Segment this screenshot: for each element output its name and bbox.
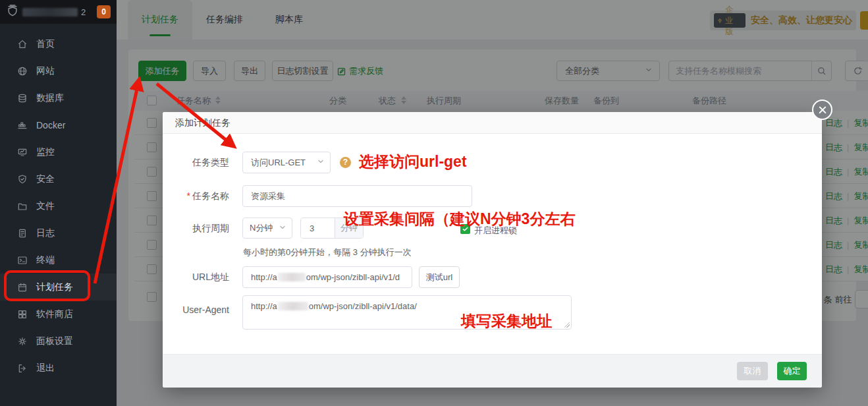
task-type-label: 任务类型	[163, 157, 229, 169]
cycle-unit-suffix: 分钟	[335, 218, 363, 238]
resize-handle[interactable]	[564, 322, 570, 328]
sidebar-item-label: 监控	[36, 146, 55, 158]
sidebar-item-shield[interactable]: 安全	[0, 165, 117, 192]
shield-icon	[17, 174, 28, 185]
url-input[interactable]: http://aom/wp-json/zibll-api/v1/d	[242, 266, 412, 288]
sidebar-item-label: 数据库	[36, 92, 64, 104]
cycle-hint: 每小时的第0分钟开始，每隔 3 分钟执行一次	[243, 246, 412, 258]
sidebar-item-store[interactable]: 软件商店	[0, 301, 117, 328]
page: 计划任务任务编排脚本库 企业版 安全、高效、让您更安心 添加任务 导入 导出 日…	[0, 0, 868, 406]
confirm-button[interactable]: 确定	[777, 362, 807, 380]
sidebar-item-label: 日志	[36, 227, 55, 239]
sidebar-item-docker[interactable]: Docker	[0, 111, 117, 138]
message-count-badge: 0	[97, 5, 111, 18]
test-url-button[interactable]: 测试url	[419, 266, 460, 288]
sidebar-menu: 首页网站数据库Docker监控安全文件日志终端计划任务软件商店面板设置退出	[0, 24, 117, 382]
sidebar-item-folder[interactable]: 文件	[0, 192, 117, 219]
sidebar: 2 0 首页网站数据库Docker监控安全文件日志终端计划任务软件商店面板设置退…	[0, 0, 117, 406]
modal-title: 添加计划任务	[163, 112, 822, 134]
folder-icon	[17, 201, 28, 212]
sidebar-item-label: 网站	[36, 65, 55, 77]
user-agent-label: User-Agent	[163, 304, 229, 315]
task-name-input[interactable]	[242, 185, 472, 207]
modal-close-button[interactable]	[812, 100, 832, 120]
chevron-down-icon	[279, 223, 286, 233]
logo-bar: 2 0	[0, 0, 117, 24]
cycle-unit-select[interactable]: N分钟	[242, 218, 292, 239]
user-agent-censored	[278, 302, 308, 310]
sidebar-item-label: 退出	[36, 362, 55, 374]
sidebar-item-terminal[interactable]: 终端	[0, 246, 117, 274]
modal-footer: 取消 确定	[163, 354, 822, 388]
check-icon	[462, 225, 469, 233]
required-mark: *	[187, 190, 190, 201]
task-name-label: *任务名称	[163, 190, 229, 202]
panel-logo-icon	[6, 4, 19, 20]
user-agent-textarea[interactable]: http://aom/wp-json/zibll-api/v1/data/	[242, 295, 572, 330]
sidebar-item-home[interactable]: 首页	[0, 30, 117, 57]
logout-icon	[17, 363, 28, 374]
globe-icon	[17, 66, 28, 76]
url-censored	[278, 273, 306, 281]
sidebar-item-monitor[interactable]: 监控	[0, 138, 117, 165]
monitor-icon	[17, 147, 28, 158]
chevron-down-icon	[317, 158, 325, 167]
sidebar-item-label: 首页	[36, 38, 55, 50]
sidebar-item-log[interactable]: 日志	[0, 219, 117, 246]
cycle-value-field: 分钟	[300, 218, 364, 239]
task-type-select[interactable]: 访问URL-GET	[242, 152, 331, 173]
server-name-suffix: 2	[81, 7, 86, 17]
store-icon	[17, 309, 28, 320]
sidebar-item-label: 计划任务	[36, 281, 73, 293]
sidebar-item-label: 文件	[36, 200, 55, 212]
settings-icon	[17, 336, 28, 347]
process-lock-label: 开启进程锁	[474, 225, 517, 237]
calendar-icon	[17, 282, 28, 293]
home-icon	[17, 39, 28, 49]
help-icon[interactable]: ?	[340, 157, 351, 168]
log-icon	[17, 228, 28, 239]
sidebar-item-calendar[interactable]: 计划任务	[0, 274, 117, 301]
cancel-button[interactable]: 取消	[737, 362, 768, 380]
sidebar-item-settings[interactable]: 面板设置	[0, 328, 117, 355]
add-task-modal: 添加计划任务 任务类型 访问URL-GET ? *任务名称 执行周期 N分钟 分…	[163, 112, 822, 388]
cycle-value-input[interactable]	[301, 218, 335, 238]
server-name-censored	[22, 8, 78, 16]
sidebar-item-label: 面板设置	[36, 335, 73, 347]
sidebar-item-globe[interactable]: 网站	[0, 57, 117, 84]
database-icon	[17, 93, 28, 103]
docker-icon	[17, 120, 28, 130]
sidebar-item-label: 安全	[36, 173, 55, 185]
sidebar-item-database[interactable]: 数据库	[0, 84, 117, 111]
sidebar-item-label: Docker	[36, 120, 65, 130]
terminal-icon	[17, 255, 28, 266]
cycle-label: 执行周期	[163, 223, 229, 235]
process-lock-checkbox[interactable]	[460, 224, 470, 234]
sidebar-item-label: 终端	[36, 254, 55, 266]
sidebar-item-logout[interactable]: 退出	[0, 355, 117, 382]
url-label: URL地址	[163, 272, 229, 283]
sidebar-item-label: 软件商店	[36, 308, 73, 320]
